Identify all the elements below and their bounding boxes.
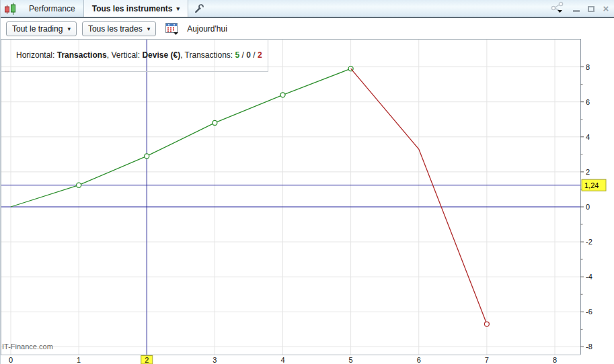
calendar-icon[interactable] xyxy=(165,22,180,36)
share-link-icon[interactable] xyxy=(550,1,566,16)
tab-tous-les-instruments[interactable]: Tous les instruments ▾ xyxy=(83,0,188,17)
svg-text:4: 4 xyxy=(280,356,284,364)
tab-instruments-label: Tous les instruments xyxy=(92,4,173,13)
horizontal-axis-label: Horizontal: xyxy=(16,50,57,60)
chevron-down-icon: ▾ xyxy=(67,26,71,32)
svg-text:8: 8 xyxy=(553,356,557,364)
chevron-down-icon: ▾ xyxy=(147,26,151,32)
vertical-axis-label: Vertical: xyxy=(111,50,142,60)
svg-text:6: 6 xyxy=(417,356,421,364)
date-range-label: Aujourd'hui xyxy=(187,24,227,34)
svg-text:1: 1 xyxy=(77,356,81,364)
trading-scope-dropdown[interactable]: Tout le trading ▾ xyxy=(6,21,77,36)
svg-text:2: 2 xyxy=(586,168,590,176)
svg-text:8: 8 xyxy=(586,63,590,71)
losing-trades-count: 2 xyxy=(258,50,262,60)
chevron-down-icon: ▾ xyxy=(177,5,180,12)
svg-text:2: 2 xyxy=(145,356,149,364)
horizontal-axis-value: Transactions xyxy=(57,50,107,60)
svg-text:-2: -2 xyxy=(586,238,592,246)
svg-text:1,24: 1,24 xyxy=(584,181,599,189)
minimize-button[interactable] xyxy=(572,4,581,13)
svg-text:7: 7 xyxy=(485,356,489,364)
trading-scope-label: Tout le trading xyxy=(12,24,63,34)
svg-text:5: 5 xyxy=(349,356,353,364)
svg-text:6: 6 xyxy=(586,98,590,106)
chart-canvas[interactable]: -8-6-4-2024681,24012345678 xyxy=(1,39,614,364)
svg-text:3: 3 xyxy=(213,356,217,364)
transactions-count-label: Transactions: xyxy=(185,50,235,60)
svg-text:0: 0 xyxy=(586,203,590,211)
neutral-trades-count: 0 xyxy=(246,50,251,60)
svg-text:-4: -4 xyxy=(586,273,592,281)
tab-performance[interactable]: Performance xyxy=(21,0,83,17)
it-finance-watermark: IT-Finance.com xyxy=(2,343,53,351)
trades-filter-dropdown[interactable]: Tous les trades ▾ xyxy=(82,21,156,36)
trades-filter-label: Tous les trades xyxy=(88,24,143,34)
close-button[interactable]: × xyxy=(601,4,611,13)
tab-performance-label: Performance xyxy=(29,4,75,13)
tab-bar: Performance Tous les instruments ▾ xyxy=(1,0,614,18)
svg-text:0: 0 xyxy=(9,356,13,364)
settings-wrench-icon[interactable] xyxy=(188,0,210,17)
svg-text:-6: -6 xyxy=(586,308,592,316)
performance-report-window: Performance Tous les instruments ▾ xyxy=(0,0,614,364)
candlestick-chart-icon xyxy=(1,0,21,17)
window-controls: × xyxy=(550,0,614,17)
chart-axes-summary: Horizontal: Transactions, Vertical: Devi… xyxy=(1,39,268,72)
filter-toolbar: Tout le trading ▾ Tous les trades ▾ Aujo… xyxy=(1,18,614,39)
maximize-button[interactable] xyxy=(586,4,596,13)
svg-text:4: 4 xyxy=(586,133,590,141)
vertical-axis-value: Devise (€) xyxy=(142,50,180,60)
svg-text:-8: -8 xyxy=(586,343,592,351)
equity-curve-chart[interactable]: -8-6-4-2024681,24012345678 Horizontal: T… xyxy=(1,39,614,364)
